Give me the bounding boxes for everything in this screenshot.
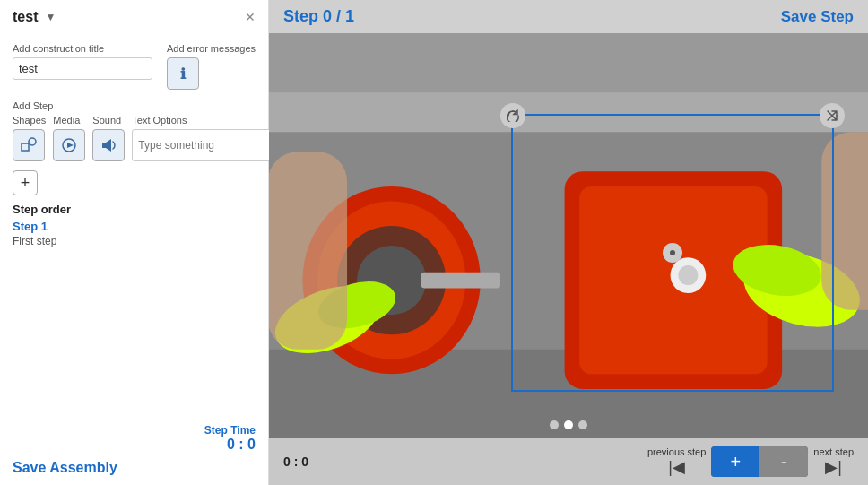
carousel-dot-3[interactable] <box>578 420 587 429</box>
text-options-label: Text Options <box>132 115 279 126</box>
step-sublabel: First step <box>13 235 256 247</box>
media-label: Media <box>53 115 85 126</box>
add-step-section: Add Step Shapes Media <box>13 93 256 161</box>
svg-rect-0 <box>22 143 29 151</box>
shapes-icon <box>20 136 38 154</box>
svg-point-1 <box>29 138 36 145</box>
sound-icon <box>100 136 117 154</box>
plus-button[interactable]: + <box>711 446 760 477</box>
construction-title-input[interactable] <box>13 57 152 80</box>
pin-icon[interactable]: ✕ <box>245 10 256 24</box>
plus-minus-group: + - <box>711 446 808 477</box>
svg-rect-20 <box>269 152 347 349</box>
step-time-section: Step Time 0 : 0 <box>13 415 256 453</box>
selection-box[interactable] <box>511 114 834 392</box>
handle-resize[interactable] <box>820 103 845 128</box>
add-step-button[interactable]: + <box>13 170 38 195</box>
error-messages-label: Add error messages <box>167 43 256 54</box>
bottom-bar: 0 : 0 previous step |◀ + - next step <box>269 438 868 485</box>
shapes-button[interactable] <box>13 129 45 161</box>
next-step-icon: ▶| <box>825 457 842 477</box>
error-messages-button[interactable]: ℹ <box>167 57 199 90</box>
media-button[interactable] <box>53 129 85 161</box>
right-panel: Step 0 / 1 Save Step <box>269 0 868 485</box>
panel-title-row: test ▼ ✕ <box>13 9 256 25</box>
handle-rotate[interactable] <box>500 103 525 128</box>
carousel-dots <box>550 420 587 429</box>
step-indicator: Step 0 / 1 <box>283 7 354 26</box>
next-step-label: next step <box>813 446 854 457</box>
add-step-buttons-row: Shapes Media Sound <box>13 115 256 161</box>
svg-rect-4 <box>102 143 106 148</box>
navigation-group: previous step |◀ + - next step ▶| <box>647 446 854 477</box>
sound-button[interactable] <box>92 129 125 161</box>
step-time-label: Step Time <box>204 424 256 437</box>
save-step-button[interactable]: Save Step <box>781 8 854 26</box>
minus-button[interactable]: - <box>760 446 808 477</box>
add-step-label: Add Step <box>13 100 256 111</box>
previous-step-icon: |◀ <box>668 457 685 477</box>
step-order-section: Step order Step 1 First step <box>13 203 256 247</box>
handle-move[interactable] <box>663 243 682 263</box>
step-time-value: 0 : 0 <box>227 437 256 453</box>
next-step-button[interactable]: next step ▶| <box>813 446 854 477</box>
step-1-link[interactable]: Step 1 <box>13 220 256 233</box>
info-icon: ℹ <box>180 65 186 82</box>
right-header: Step 0 / 1 Save Step <box>269 0 868 33</box>
carousel-dot-2[interactable] <box>564 420 573 429</box>
left-panel: test ▼ ✕ Add construction title Add erro… <box>0 0 269 485</box>
svg-rect-23 <box>269 33 868 92</box>
media-icon <box>60 136 78 154</box>
time-display: 0 : 0 <box>283 455 319 469</box>
text-options-input[interactable] <box>132 129 279 161</box>
svg-marker-3 <box>67 143 74 148</box>
media-group: Media <box>53 115 85 161</box>
shapes-group: Shapes <box>13 115 46 161</box>
image-area <box>269 33 868 438</box>
sound-group: Sound <box>92 115 125 161</box>
svg-point-24 <box>670 250 675 255</box>
text-options-group: Text Options <box>132 115 279 161</box>
save-assembly-button[interactable]: Save Assembly <box>13 460 256 476</box>
panel-title: test <box>13 9 38 25</box>
construction-title-label: Add construction title <box>13 43 152 54</box>
svg-rect-11 <box>421 273 500 289</box>
previous-step-button[interactable]: previous step |◀ <box>647 446 706 477</box>
step-order-title: Step order <box>13 203 256 216</box>
previous-step-label: previous step <box>647 446 706 457</box>
title-dropdown-icon[interactable]: ▼ <box>45 11 56 23</box>
carousel-dot-1[interactable] <box>550 420 559 429</box>
sound-label: Sound <box>92 115 125 126</box>
shapes-label: Shapes <box>13 115 46 126</box>
